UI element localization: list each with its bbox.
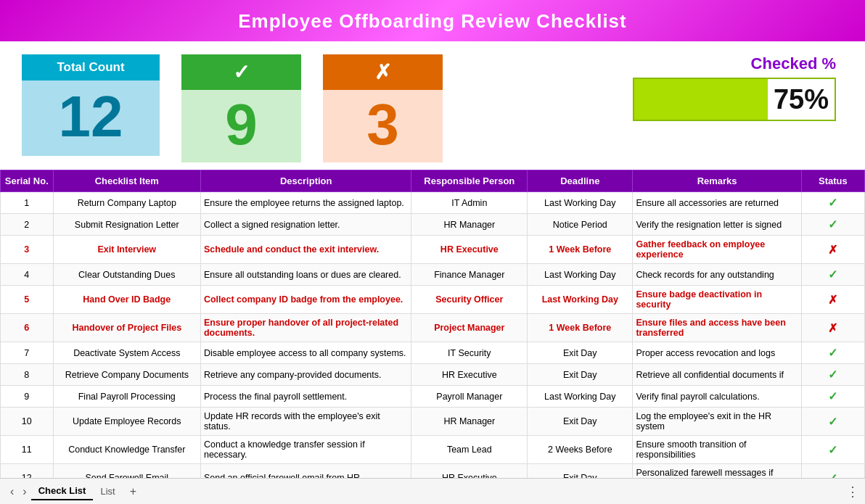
cell-remarks: Ensure all accessories are returned — [633, 192, 801, 214]
cell-person: IT Security — [411, 342, 528, 364]
cell-deadline: 1 Week Before — [528, 314, 633, 342]
more-options-icon[interactable]: ⋮ — [846, 484, 859, 500]
status-check-icon: ✓ — [828, 268, 837, 281]
cell-desc: Ensure the employee returns the assigned… — [200, 192, 411, 214]
status-check-icon: ✓ — [828, 444, 837, 456]
cell-person: Team Lead — [411, 436, 528, 464]
cell-deadline: Last Working Day — [528, 286, 633, 314]
cell-remarks: Ensure files and access have been transf… — [633, 314, 801, 342]
cell-item: Retrieve Company Documents — [53, 364, 200, 386]
cell-person: HR Executive — [411, 236, 528, 264]
x-icon-bar: ✗ — [323, 54, 443, 90]
cell-item: Update Employee Records — [53, 408, 200, 436]
table-header: Serial No. Checklist Item Description Re… — [1, 170, 865, 192]
total-count-card: Total Count 12 — [22, 54, 160, 156]
cell-serial: 3 — [1, 236, 54, 264]
status-check-icon: ✓ — [828, 390, 837, 402]
page-header: Employee Offboarding Review Checklist — [0, 0, 865, 41]
cell-serial: 10 — [1, 408, 54, 436]
status-x-icon: ✗ — [828, 294, 837, 306]
cell-desc: Ensure all outstanding loans or dues are… — [200, 264, 411, 286]
cell-desc: Schedule and conduct the exit interview. — [200, 236, 411, 264]
pct-bar-fill — [634, 79, 768, 120]
cell-status: ✓ — [801, 436, 864, 464]
cell-person: HR Manager — [411, 408, 528, 436]
bottom-bar: ‹ › Check List List + ⋮ — [0, 478, 865, 504]
cell-serial: 6 — [1, 314, 54, 342]
cell-item: Hand Over ID Badge — [53, 286, 200, 314]
cell-remarks: Ensure smooth transition of responsibili… — [633, 436, 801, 464]
status-x-icon: ✗ — [828, 244, 837, 256]
total-count-value: 12 — [22, 80, 160, 156]
cell-remarks: Proper access revocation and logs — [633, 342, 801, 364]
cell-item: Final Payroll Processing — [53, 386, 200, 408]
cell-remarks: Ensure badge deactivation in security — [633, 286, 801, 314]
tab-add-button[interactable]: + — [123, 482, 144, 501]
cell-person: HR Executive — [411, 364, 528, 386]
cell-desc: Process the final payroll settlement. — [200, 386, 411, 408]
cell-desc: Retrieve any company-provided documents. — [200, 364, 411, 386]
cell-desc: Ensure proper handover of all project-re… — [200, 314, 411, 342]
total-count-label: Total Count — [22, 54, 160, 80]
cell-desc: Collect company ID badge from the employ… — [200, 286, 411, 314]
cell-item: Return Company Laptop — [53, 192, 200, 214]
checklist-table-container: Serial No. Checklist Item Description Re… — [0, 170, 865, 504]
tab-list[interactable]: List — [93, 483, 122, 500]
cell-serial: 8 — [1, 364, 54, 386]
cell-person: IT Admin — [411, 192, 528, 214]
cell-person: Payroll Manager — [411, 386, 528, 408]
cell-status: ✓ — [801, 192, 864, 214]
checked-count-value: 9 — [181, 90, 301, 162]
table-row: 10 Update Employee Records Update HR rec… — [1, 408, 865, 436]
pct-value: 75% — [768, 84, 835, 115]
col-header-remarks: Remarks — [633, 170, 801, 192]
cell-item: Clear Outstanding Dues — [53, 264, 200, 286]
col-header-desc: Description — [200, 170, 411, 192]
col-header-deadline: Deadline — [528, 170, 633, 192]
cell-deadline: 2 Weeks Before — [528, 436, 633, 464]
cell-deadline: Exit Day — [528, 342, 633, 364]
cell-serial: 7 — [1, 342, 54, 364]
col-header-item: Checklist Item — [53, 170, 200, 192]
nav-prev-button[interactable]: ‹ — [6, 485, 18, 498]
pct-bar: 75% — [633, 78, 836, 121]
cell-serial: 9 — [1, 386, 54, 408]
pct-bar-empty: 75% — [768, 79, 835, 120]
cell-serial: 5 — [1, 286, 54, 314]
table-row: 4 Clear Outstanding Dues Ensure all outs… — [1, 264, 865, 286]
col-header-serial: Serial No. — [1, 170, 54, 192]
cell-person: Finance Manager — [411, 264, 528, 286]
cell-person: Security Officer — [411, 286, 528, 314]
status-check-icon: ✓ — [828, 347, 837, 359]
stats-row: Total Count 12 ✓ 9 ✗ 3 Checked % 75% — [0, 41, 865, 170]
cell-deadline: Last Working Day — [528, 192, 633, 214]
cell-status: ✗ — [801, 236, 864, 264]
cell-item: Handover of Project Files — [53, 314, 200, 342]
cell-status: ✗ — [801, 286, 864, 314]
cell-item: Submit Resignation Letter — [53, 214, 200, 236]
table-row: 3 Exit Interview Schedule and conduct th… — [1, 236, 865, 264]
table-body: 1 Return Company Laptop Ensure the emplo… — [1, 192, 865, 505]
status-x-icon: ✗ — [828, 322, 837, 334]
tab-checklist[interactable]: Check List — [31, 482, 94, 500]
page-title: Employee Offboarding Review Checklist — [0, 10, 865, 33]
table-row: 7 Deactivate System Access Disable emplo… — [1, 342, 865, 364]
cell-status: ✓ — [801, 408, 864, 436]
cell-deadline: Last Working Day — [528, 264, 633, 286]
table-row: 8 Retrieve Company Documents Retrieve an… — [1, 364, 865, 386]
status-check-icon: ✓ — [828, 416, 837, 428]
cell-serial: 4 — [1, 264, 54, 286]
cell-deadline: Exit Day — [528, 364, 633, 386]
checked-count-card: ✓ 9 — [181, 54, 301, 162]
nav-next-button[interactable]: › — [18, 485, 30, 498]
checked-pct-card: Checked % 75% — [464, 54, 843, 121]
table-row: 6 Handover of Project Files Ensure prope… — [1, 314, 865, 342]
unchecked-count-value: 3 — [323, 90, 443, 162]
cell-deadline: 1 Week Before — [528, 236, 633, 264]
checked-pct-label: Checked % — [751, 54, 836, 73]
cell-remarks: Verify the resignation letter is signed — [633, 214, 801, 236]
cell-remarks: Check records for any outstanding — [633, 264, 801, 286]
col-header-status: Status — [801, 170, 864, 192]
cell-status: ✓ — [801, 364, 864, 386]
cell-item: Conduct Knowledge Transfer — [53, 436, 200, 464]
